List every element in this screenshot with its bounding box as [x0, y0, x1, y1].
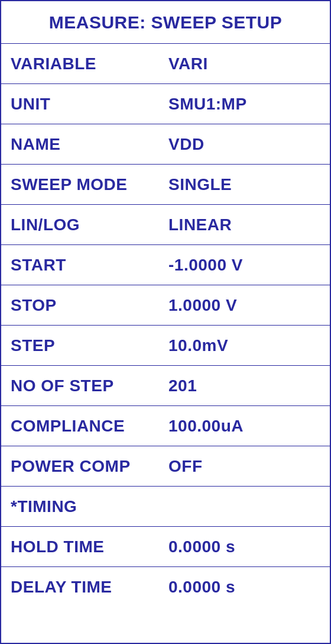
- row-value: LINEAR: [163, 215, 320, 234]
- row-label: DELAY TIME: [11, 578, 163, 597]
- row-label: UNIT: [11, 95, 163, 114]
- table-row: POWER COMPOFF: [1, 446, 330, 487]
- table-row: START-1.0000 V: [1, 245, 330, 285]
- row-label: VARIABLE: [11, 54, 163, 73]
- table-row: STEP10.0mV: [1, 326, 330, 366]
- row-label: POWER COMP: [11, 457, 163, 476]
- row-value: 1.0000 V: [163, 296, 320, 315]
- row-value: 10.0mV: [163, 336, 320, 355]
- table-row: NAMEVDD: [1, 124, 330, 165]
- row-value: -1.0000 V: [163, 256, 320, 275]
- row-label: COMPLIANCE: [11, 417, 163, 436]
- row-value: VDD: [163, 135, 320, 154]
- main-container: MEASURE: SWEEP SETUP VARIABLEVARIUNITSMU…: [0, 0, 331, 644]
- row-value: 0.0000 s: [163, 537, 320, 556]
- row-label: NAME: [11, 135, 163, 154]
- row-label: STOP: [11, 296, 163, 315]
- row-label: START: [11, 256, 163, 275]
- row-value: OFF: [163, 457, 320, 476]
- table-row: LIN/LOGLINEAR: [1, 205, 330, 245]
- header-row: MEASURE: SWEEP SETUP: [1, 1, 330, 44]
- row-value: VARI: [163, 54, 320, 73]
- table-row: VARIABLEVARI: [1, 44, 330, 84]
- page-title: MEASURE: SWEEP SETUP: [49, 12, 283, 33]
- row-label: HOLD TIME: [11, 537, 163, 556]
- table-row: SWEEP MODESINGLE: [1, 165, 330, 205]
- row-value: 100.00uA: [163, 417, 320, 436]
- row-value: 0.0000 s: [163, 578, 320, 597]
- table-row: DELAY TIME0.0000 s: [1, 567, 330, 607]
- row-value: SINGLE: [163, 175, 320, 194]
- row-label: LIN/LOG: [11, 215, 163, 234]
- table-row: *TIMING: [1, 487, 330, 527]
- table-row: HOLD TIME0.0000 s: [1, 527, 330, 567]
- table-row: STOP1.0000 V: [1, 285, 330, 326]
- table-row: UNITSMU1:MP: [1, 84, 330, 124]
- row-label: SWEEP MODE: [11, 175, 163, 194]
- row-label: STEP: [11, 336, 163, 355]
- table-row: NO OF STEP201: [1, 366, 330, 406]
- row-value: SMU1:MP: [163, 95, 320, 114]
- row-value: 201: [163, 376, 320, 395]
- table-row: COMPLIANCE100.00uA: [1, 406, 330, 446]
- row-label: *TIMING: [11, 497, 163, 516]
- row-label: NO OF STEP: [11, 376, 163, 395]
